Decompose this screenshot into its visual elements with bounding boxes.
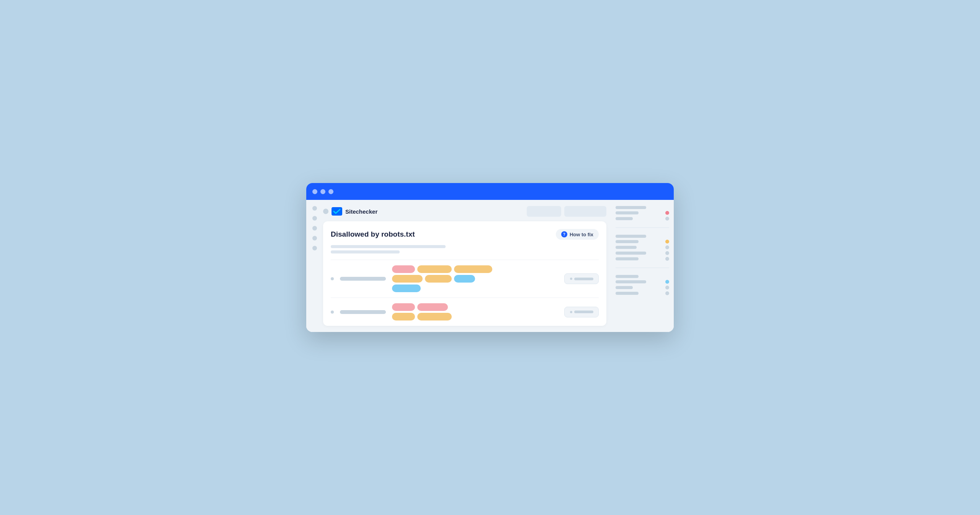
right-dot-3d: [665, 291, 669, 295]
right-bar-2b: [616, 240, 639, 243]
tag-orange-2: [454, 265, 492, 273]
tags-area-2: [392, 303, 558, 320]
desc-bar-2: [331, 250, 400, 253]
tags-row-1b: [392, 275, 558, 283]
right-row-3b: [616, 280, 669, 284]
right-row-2d: [616, 251, 669, 255]
how-to-fix-button[interactable]: ? How to fix: [556, 229, 599, 240]
right-row-2c: [616, 245, 669, 249]
logo-text: Sitechecker: [345, 208, 377, 215]
header-button-2[interactable]: [564, 206, 606, 217]
tags-row-2a: [392, 303, 558, 311]
right-row-1a: [616, 206, 669, 209]
tag-blue-1: [454, 275, 475, 283]
right-bar-2d: [616, 252, 646, 255]
svg-rect-0: [332, 207, 342, 216]
question-icon: ?: [561, 231, 567, 237]
tag-blue-2: [392, 284, 421, 292]
right-dot-2c: [665, 245, 669, 249]
action-button-1[interactable]: [564, 273, 599, 284]
main-card: Disallowed by robots.txt ? How to fix: [323, 221, 606, 326]
action-btn-bar: [574, 278, 593, 280]
right-group-3: [616, 275, 669, 295]
top-bar-buttons: [527, 206, 606, 217]
divider-1: [616, 227, 669, 228]
traffic-light-red: [312, 189, 317, 194]
right-bar-1a: [616, 206, 646, 209]
row-dot-2: [331, 311, 334, 314]
tag-orange-4: [425, 275, 452, 283]
table-row-1: [331, 260, 599, 298]
right-badge-blue: [665, 280, 669, 284]
action-btn-dot-2: [570, 311, 572, 313]
tag-orange-6: [417, 313, 452, 320]
sidebar-dot-3: [312, 226, 317, 231]
right-row-1b: [616, 211, 669, 215]
tags-row-1a: [392, 265, 558, 273]
right-bar-3d: [616, 292, 639, 295]
sidebar-right: [612, 200, 674, 332]
right-bar-3b: [616, 280, 646, 283]
right-group-1: [616, 206, 669, 221]
right-dot-2e: [665, 257, 669, 261]
right-dot-3c: [665, 286, 669, 289]
card-header: Disallowed by robots.txt ? How to fix: [331, 229, 599, 240]
right-row-2a: [616, 235, 669, 238]
right-bar-3a: [616, 275, 639, 278]
right-group-2: [616, 235, 669, 261]
header-button-1[interactable]: [527, 206, 561, 217]
tag-orange-3: [392, 275, 423, 283]
divider-2: [616, 268, 669, 268]
right-row-2e: [616, 257, 669, 261]
logo-icon: [332, 207, 342, 216]
row-dot-1: [331, 277, 334, 280]
right-row-3c: [616, 286, 669, 289]
main-area: Sitechecker Disallowed by robots.txt ?: [323, 200, 612, 332]
sidebar-dot-2: [312, 216, 317, 221]
sidebar-dot-1: [312, 206, 317, 211]
sidebar-dot-5: [312, 246, 317, 250]
action-btn-dot: [570, 278, 572, 280]
logo-area: Sitechecker: [323, 207, 377, 216]
row-label-1: [340, 277, 386, 281]
tags-area-1: [392, 265, 558, 292]
action-button-2[interactable]: [564, 307, 599, 317]
tag-pink-3: [417, 303, 448, 311]
right-badge-red: [665, 211, 669, 215]
top-bar: Sitechecker: [323, 206, 612, 221]
browser-body: Sitechecker Disallowed by robots.txt ?: [306, 200, 674, 332]
right-dot-2d: [665, 251, 669, 255]
right-bar-1c: [616, 217, 633, 220]
row-label-2: [340, 310, 386, 314]
right-row-3d: [616, 291, 669, 295]
right-bar-2a: [616, 235, 646, 238]
right-bar-2e: [616, 257, 639, 260]
tag-pink-1: [392, 265, 415, 273]
right-bar-1b: [616, 211, 639, 214]
right-row-2b: [616, 240, 669, 244]
how-to-fix-label: How to fix: [570, 232, 593, 237]
browser-window: Sitechecker Disallowed by robots.txt ?: [306, 183, 674, 332]
tag-orange-1: [417, 265, 452, 273]
right-badge-orange: [665, 240, 669, 244]
tag-pink-2: [392, 303, 415, 311]
sidebar-dot-4: [312, 236, 317, 240]
right-row-3a: [616, 275, 669, 278]
logo-circle: [323, 209, 328, 214]
tag-orange-5: [392, 313, 415, 320]
tags-row-1c: [392, 284, 558, 292]
card-title: Disallowed by robots.txt: [331, 230, 415, 239]
right-bar-2c: [616, 246, 637, 249]
table-row-2: [331, 298, 599, 326]
traffic-light-yellow: [320, 189, 325, 194]
right-row-1c: [616, 217, 669, 221]
tags-row-2b: [392, 313, 558, 320]
action-btn-bar-2: [574, 311, 593, 313]
traffic-light-green: [328, 189, 333, 194]
right-bar-3c: [616, 286, 633, 289]
desc-bar-1: [331, 245, 446, 248]
description-bars: [331, 245, 599, 253]
sidebar-left: [306, 200, 323, 332]
browser-titlebar: [306, 183, 674, 200]
right-dot-1c: [665, 217, 669, 221]
